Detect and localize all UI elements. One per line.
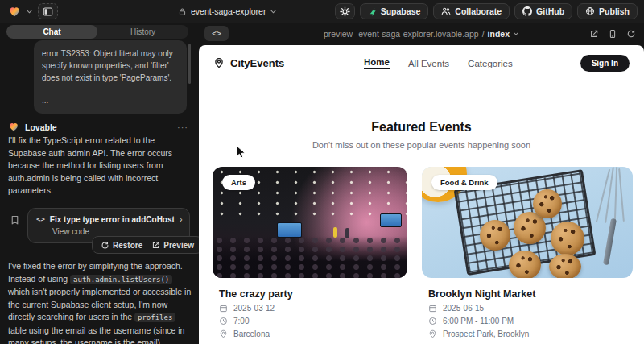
preview-url: preview--event-saga-explorer.lovable.app bbox=[324, 29, 479, 39]
inline-code-listusers: auth.admin.listUsers() bbox=[70, 275, 172, 284]
map-pin-icon bbox=[213, 57, 225, 68]
tab-chat[interactable]: Chat bbox=[6, 25, 97, 39]
preview-toolbar: <> preview--event-saga-explorer.lovable.… bbox=[199, 23, 644, 45]
clock-icon bbox=[219, 317, 228, 325]
lovable-avatar-icon bbox=[8, 122, 19, 132]
category-badge: Arts bbox=[222, 175, 255, 190]
open-external-icon[interactable] bbox=[589, 29, 599, 39]
event-date: 2025-06-15 bbox=[443, 304, 484, 313]
category-badge: Food & Drink bbox=[431, 175, 497, 190]
settings-button[interactable] bbox=[335, 3, 355, 19]
event-location: Prospect Park, Brooklyn bbox=[443, 329, 529, 338]
topbar: event-saga-explorer Supabase bbox=[0, 0, 644, 23]
supabase-label: Supabase bbox=[381, 6, 421, 16]
project-chevron-down-icon bbox=[270, 8, 277, 15]
url-chevron-down-icon bbox=[513, 31, 519, 37]
paragraph2-text: table using the email as the username (s… bbox=[8, 325, 184, 344]
assistant-paragraph-2: I've fixed the error by simplifying the … bbox=[8, 260, 192, 344]
preview-pane: <> preview--event-saga-explorer.lovable.… bbox=[199, 23, 644, 344]
publish-button[interactable]: Publish bbox=[577, 3, 638, 19]
preview-label: Preview bbox=[163, 241, 194, 250]
event-card-night-market[interactable]: Food & Drink Brooklyn Night Market 2025-… bbox=[422, 167, 633, 338]
mouse-cursor bbox=[236, 145, 246, 159]
github-button[interactable]: GitHub bbox=[514, 3, 572, 19]
cookie bbox=[509, 251, 541, 278]
preview-url-selector[interactable]: preview--event-saga-explorer.lovable.app… bbox=[324, 29, 519, 39]
chat-tabs: Chat History bbox=[6, 25, 188, 39]
bookmark-icon[interactable] bbox=[10, 214, 20, 226]
preview-tools bbox=[589, 23, 636, 45]
user-message-text: error TS2353: Object literal may only sp… bbox=[42, 49, 173, 82]
whisk-icon bbox=[618, 168, 625, 222]
lovable-logo-icon[interactable] bbox=[8, 6, 21, 18]
clock-icon bbox=[428, 317, 437, 325]
assistant-message-header: Lovable ··· bbox=[8, 122, 188, 132]
inline-code-profiles: profiles bbox=[134, 313, 175, 322]
event-location-row: Barcelona bbox=[213, 329, 407, 338]
whisk-icon bbox=[614, 167, 617, 223]
map-pin-icon bbox=[428, 329, 437, 338]
user-message-bubble: error TS2353: Object literal may only sp… bbox=[34, 40, 187, 114]
message-truncation: ... bbox=[42, 94, 179, 106]
project-selector[interactable]: event-saga-explorer bbox=[178, 0, 277, 23]
logo-chevron-down-icon[interactable] bbox=[26, 8, 33, 15]
collaborate-label: Collaborate bbox=[455, 6, 502, 16]
refresh-icon[interactable] bbox=[626, 29, 636, 39]
nav-categories[interactable]: Categories bbox=[468, 59, 513, 68]
featured-events-subtitle: Don't miss out on these popular events h… bbox=[199, 140, 644, 150]
site-header: CityEvents Home All Events Categories Si… bbox=[199, 45, 644, 81]
event-date-row: 2025-06-15 bbox=[422, 304, 633, 313]
brand-name: CityEvents bbox=[230, 57, 284, 69]
gear-icon bbox=[340, 6, 350, 17]
event-image-conference: Arts bbox=[213, 167, 407, 278]
preview-version-button[interactable]: Preview bbox=[151, 241, 194, 250]
project-name: event-saga-explorer bbox=[191, 6, 266, 16]
view-code-link[interactable]: View code bbox=[52, 227, 181, 236]
chat-scrollbar[interactable] bbox=[188, 44, 191, 84]
event-time-row: 7:00 bbox=[213, 317, 407, 325]
github-icon bbox=[522, 6, 532, 16]
globe-icon bbox=[585, 6, 595, 16]
map-pin-icon bbox=[219, 329, 228, 338]
mobile-view-icon[interactable] bbox=[608, 29, 617, 39]
external-link-icon bbox=[151, 241, 160, 250]
event-location: Barcelona bbox=[233, 329, 270, 338]
github-label: GitHub bbox=[536, 6, 564, 16]
event-location-row: Prospect Park, Brooklyn bbox=[422, 329, 633, 338]
calendar-icon bbox=[219, 304, 228, 313]
app-window: event-saga-explorer Supabase bbox=[0, 0, 644, 344]
url-separator: / bbox=[482, 29, 485, 39]
cookie bbox=[551, 222, 584, 255]
code-view-toggle[interactable]: <> bbox=[204, 26, 229, 41]
projector-screen bbox=[380, 213, 402, 227]
chat-sidebar: Chat History error TS2353: Object litera… bbox=[0, 23, 199, 344]
preview-content: CityEvents Home All Events Categories Si… bbox=[199, 45, 644, 344]
nav-home[interactable]: Home bbox=[364, 57, 390, 69]
supabase-icon bbox=[368, 7, 377, 16]
featured-events-title: Featured Events bbox=[199, 120, 644, 135]
version-actions: Restore Preview bbox=[92, 236, 199, 254]
event-card-crazy-party[interactable]: Arts The crazy party 2025-03-12 7:00 Bar… bbox=[213, 167, 407, 338]
calendar-icon bbox=[428, 304, 437, 313]
tab-history[interactable]: History bbox=[97, 25, 188, 39]
event-date-row: 2025-03-12 bbox=[213, 304, 407, 313]
assistant-name: Lovable bbox=[25, 122, 57, 132]
supabase-button[interactable]: Supabase bbox=[360, 3, 429, 19]
cookie bbox=[533, 189, 562, 218]
people-icon bbox=[441, 6, 451, 16]
nav-all-events[interactable]: All Events bbox=[408, 59, 449, 68]
sidebar-toggle-button[interactable] bbox=[38, 3, 58, 19]
collaborate-button[interactable]: Collaborate bbox=[433, 3, 510, 19]
event-title: Brooklyn Night Market bbox=[422, 288, 633, 300]
site-nav: Home All Events Categories bbox=[364, 45, 513, 81]
sign-in-button[interactable]: Sign In bbox=[580, 55, 630, 72]
publish-label: Publish bbox=[599, 6, 630, 16]
site-brand[interactable]: CityEvents bbox=[213, 57, 284, 69]
lock-icon bbox=[178, 7, 187, 16]
code-icon: <> bbox=[36, 215, 45, 223]
restore-button[interactable]: Restore bbox=[101, 241, 142, 250]
whisk-icon bbox=[605, 167, 614, 223]
message-menu-button[interactable]: ··· bbox=[177, 122, 188, 132]
event-image-cookies: Food & Drink bbox=[422, 167, 633, 278]
chevron-right-icon: › bbox=[180, 214, 183, 224]
